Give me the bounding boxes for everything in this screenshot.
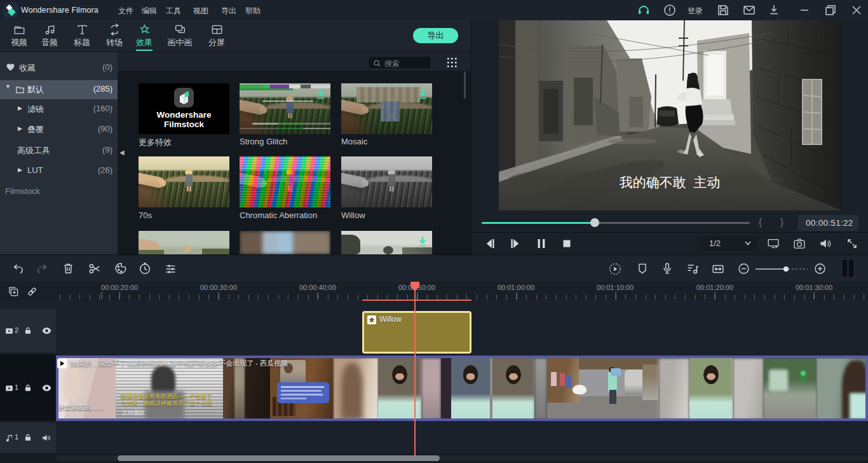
svg-text:我的确不敢 主动: 我的确不敢 主动: [620, 175, 721, 190]
